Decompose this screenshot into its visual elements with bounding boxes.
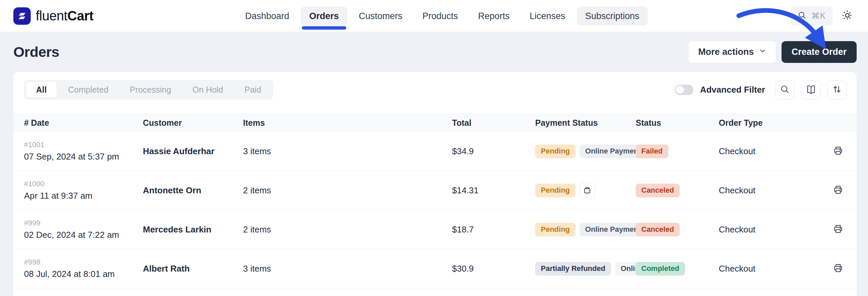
brand-logo[interactable]: fluentCart [13,7,93,25]
col-status[interactable]: Status [636,114,719,132]
main-nav: DashboardOrdersCustomersProductsReportsL… [237,6,648,25]
payment-badge: Pending [535,184,576,197]
order-date: 07 Sep, 2024 at 5:37 pm [24,152,143,162]
filter-tab-completed[interactable]: Completed [58,82,119,98]
advanced-filter-toggle[interactable] [675,85,693,95]
sun-icon [842,10,852,22]
nav-item-subscriptions[interactable]: Subscriptions [577,6,648,25]
more-actions-button[interactable]: More actions [688,41,776,63]
status-badge: Canceled [636,223,680,237]
chevron-down-icon [758,47,767,57]
orders-toolbar: AllCompletedProcessingOn HoldPaid Advanc… [13,72,857,114]
payment-badges: PendingOnline Payment [535,223,636,237]
book-icon [806,84,816,96]
nav-item-licenses[interactable]: Licenses [521,6,574,25]
sort-button[interactable] [827,80,847,100]
customer-name[interactable]: Antonette Orn [143,185,201,195]
orders-card: AllCompletedProcessingOn HoldPaid Advanc… [13,72,857,296]
columns-view-button[interactable] [801,80,820,100]
sort-arrows-icon [832,84,842,95]
status-badge: Completed [636,262,685,276]
col-total[interactable]: Total [452,114,535,132]
status-badge: Failed [636,144,669,158]
payment-badges: Partially RefundedOnline [535,262,636,276]
top-bar: fluentCart DashboardOrdersCustomersProdu… [0,0,868,32]
brand-name: fluentCart [36,8,93,23]
payment-badge: Pending [535,144,576,158]
nav-item-customers[interactable]: Customers [350,6,411,25]
filter-tab-all[interactable]: All [26,82,57,98]
order-type: Checkout [719,146,755,156]
order-date: 08 Jul, 2024 at 8:01 am [24,269,143,279]
status-badge: Canceled [636,184,680,197]
col-order-type[interactable]: Order Type [719,114,833,132]
nav-item-orders[interactable]: Orders [301,6,347,25]
nav-item-dashboard[interactable]: Dashboard [237,6,298,25]
order-id: #1001 [24,140,143,149]
filter-tab-on-hold[interactable]: On Hold [183,82,234,98]
items-count: 2 items [243,224,271,235]
col-payment-status[interactable]: Payment Status [535,114,636,132]
order-id: #999 [24,219,143,227]
table-row[interactable]: #1000Apr 11 at 9:37 amAntonette Orn2 ite… [13,171,857,210]
orders-table-body: #100107 Sep, 2024 at 5:37 pmHassie Aufde… [13,132,857,288]
payment-badges: Pending [535,183,636,198]
status-filter-tabs: AllCompletedProcessingOn HoldPaid [24,80,273,100]
order-total: $30.9 [452,264,474,274]
payment-badges: PendingOnline Payment [535,144,636,158]
col-items[interactable]: Items [243,114,452,132]
nav-item-products[interactable]: Products [414,6,466,25]
order-date: Apr 11 at 9:37 am [24,191,143,201]
order-id: #998 [24,258,143,267]
search-shortcut-label: ⌘K [811,11,826,21]
table-row[interactable]: #100107 Sep, 2024 at 5:37 pmHassie Aufde… [13,132,857,171]
toolbar-right: Advanced Filter [675,80,847,100]
order-type: Checkout [719,224,755,235]
items-count: 3 items [243,146,271,156]
print-order-button[interactable] [833,145,843,156]
order-total: $14.31 [452,185,479,195]
order-type: Checkout [719,185,755,195]
table-row[interactable]: #99808 Jul, 2024 at 8:01 amAlbert Rath3 … [13,249,857,288]
customer-name[interactable]: Albert Rath [143,264,190,274]
fluentcart-logo-icon [13,7,31,25]
topbar-right: ⌘K [791,6,852,25]
order-date: 02 Dec, 2024 at 7:22 am [24,230,143,240]
col-customer[interactable]: Customer [143,114,243,132]
order-total: $18.7 [452,224,474,235]
create-order-button[interactable]: Create Order [781,41,857,63]
page-title: Orders [13,44,59,60]
nav-item-reports[interactable]: Reports [470,6,518,25]
col-actions [833,114,857,132]
page-header: Orders More actions Create Order [0,41,868,63]
order-type: Checkout [719,264,755,274]
search-icon [780,84,790,95]
wallet-icon [580,183,595,198]
print-order-button[interactable] [833,224,843,234]
items-count: 2 items [243,185,271,195]
filter-tab-paid[interactable]: Paid [235,82,271,98]
page-actions: More actions Create Order [688,41,857,63]
payment-badge: Pending [535,223,576,237]
table-row[interactable]: #99902 Dec, 2024 at 7:22 amMercedes Lark… [13,210,857,249]
payment-badge: Partially Refunded [535,262,611,276]
print-order-button[interactable] [833,185,843,195]
table-search-button[interactable] [775,80,795,100]
toggle-knob [676,86,684,94]
filter-tab-processing[interactable]: Processing [120,82,181,98]
order-total: $34.9 [452,146,474,156]
search-icon [798,11,807,21]
order-id: #1000 [24,180,143,188]
advanced-filter-label: Advanced Filter [700,85,765,95]
customer-name[interactable]: Hassie Aufderhar [143,146,214,156]
print-order-button[interactable] [833,263,843,273]
items-count: 3 items [243,264,271,274]
table-header-row: # Date Customer Items Total Payment Stat… [13,114,857,132]
orders-table: # Date Customer Items Total Payment Stat… [13,114,857,288]
customer-name[interactable]: Mercedes Larkin [143,224,211,235]
global-search-button[interactable]: ⌘K [791,6,833,25]
theme-toggle-button[interactable] [842,10,852,22]
col-date[interactable]: # Date [13,114,143,132]
